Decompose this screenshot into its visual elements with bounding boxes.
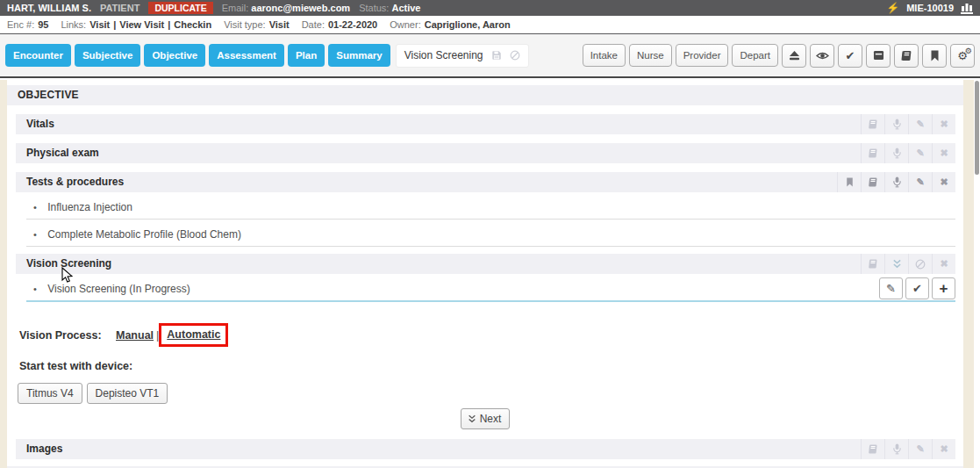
collapse-chevrons-icon[interactable] <box>884 254 908 274</box>
microphone-icon[interactable] <box>884 143 908 163</box>
depart-button[interactable]: Depart <box>732 44 778 67</box>
close-icon[interactable]: ✖ <box>932 114 955 134</box>
microphone-icon[interactable] <box>884 114 908 134</box>
link-view-visit[interactable]: View Visit <box>119 19 164 30</box>
system-id: MIE-10019 <box>906 3 954 13</box>
tab-encounter[interactable]: Encounter <box>5 44 71 67</box>
email-label: Email: <box>222 3 249 13</box>
microphone-icon[interactable] <box>884 172 908 192</box>
left-margin-rail <box>0 80 7 468</box>
tab-plan[interactable]: Plan <box>288 44 325 67</box>
add-plus-button[interactable]: + <box>932 277 955 299</box>
copy-book-icon[interactable] <box>861 439 884 459</box>
patient-name: HART, WILLIAM S. <box>7 3 91 13</box>
vision-screening-section-header[interactable]: Vision Screening ✖ <box>16 254 955 274</box>
visit-type-label: Visit type: <box>224 19 266 30</box>
bullet: • <box>33 284 37 294</box>
bookmark-icon[interactable] <box>837 172 861 192</box>
cancel-circle-icon[interactable] <box>510 50 520 61</box>
edit-pencil-icon[interactable]: ✎ <box>908 172 932 192</box>
vision-process-row: Vision Process: Manual | Automatic <box>19 323 963 347</box>
tab-objective[interactable]: Objective <box>144 44 205 67</box>
copy-book-icon[interactable] <box>861 143 884 163</box>
copy-book-icon[interactable] <box>861 172 884 192</box>
complete-check-button[interactable]: ✔ <box>905 277 929 299</box>
close-icon[interactable]: ✖ <box>932 172 955 192</box>
vision-item-label: Vision Screening (In Progress) <box>47 283 190 295</box>
encounter-toolbar: Encounter Subjective Objective Assessmen… <box>0 34 980 78</box>
links-separator: | <box>113 19 116 30</box>
tests-procedures-section-header[interactable]: Tests & procedures ✎ ✖ <box>16 172 955 192</box>
tab-subjective[interactable]: Subjective <box>75 44 141 67</box>
check-button[interactable]: ✔ <box>838 44 862 68</box>
settings-gears-button[interactable]: ⚙⚙ <box>950 44 975 68</box>
book-button[interactable] <box>894 44 919 68</box>
close-icon[interactable]: ✖ <box>932 254 955 274</box>
device-depisteo-button[interactable]: Depisteo VT1 <box>87 383 168 404</box>
vision-screening-item[interactable]: • Vision Screening (In Progress) ✎ ✔ + <box>26 274 955 302</box>
next-row: Next <box>7 408 963 429</box>
lightning-icon[interactable]: ⚡ <box>886 2 899 14</box>
current-section-box: Vision Screening <box>396 44 529 68</box>
manual-link[interactable]: Manual <box>116 329 154 342</box>
physical-exam-section-header[interactable]: Physical exam ✎ ✖ <box>16 143 955 163</box>
edit-pencil-icon[interactable]: ✎ <box>908 143 932 163</box>
vision-process-label: Vision Process: <box>19 329 116 342</box>
eye-button[interactable] <box>810 44 834 68</box>
current-section-title: Vision Screening <box>404 49 483 61</box>
close-icon[interactable]: ✖ <box>932 439 955 459</box>
scrollbar-thumb[interactable] <box>975 81 979 175</box>
patient-header-bar: HART, WILLIAM S. PATIENT DUPLICATE Email… <box>0 0 980 16</box>
nurse-button[interactable]: Nurse <box>629 44 672 67</box>
links-separator: | <box>168 19 170 30</box>
chart-content: OBJECTIVE Vitals ✎ ✖ Physical exam ✎ ✖ T… <box>7 80 963 468</box>
edit-pencil-icon[interactable]: ✎ <box>908 439 932 459</box>
bullet: • <box>33 229 37 240</box>
close-icon[interactable]: ✖ <box>932 143 955 163</box>
enc-number-label: Enc #: <box>7 19 34 30</box>
link-checkin[interactable]: Checkin <box>174 19 211 30</box>
vitals-section-header[interactable]: Vitals ✎ ✖ <box>16 114 955 134</box>
microphone-icon[interactable] <box>884 439 908 459</box>
automatic-link[interactable]: Automatic <box>167 328 220 341</box>
copy-book-icon[interactable] <box>861 254 884 274</box>
bookmark-button[interactable] <box>922 44 947 68</box>
provider-button[interactable]: Provider <box>676 44 729 67</box>
enc-number: 95 <box>38 19 48 30</box>
vision-screening-title: Vision Screening <box>26 257 111 270</box>
save-icon[interactable] <box>491 50 502 61</box>
patient-email: aaronc@mieweb.com <box>251 3 350 13</box>
next-button-label: Next <box>480 413 502 425</box>
patient-status: Active <box>391 3 420 13</box>
copy-book-icon[interactable] <box>861 114 884 134</box>
tests-procedures-title: Tests & procedures <box>26 176 124 188</box>
edit-pencil-button[interactable]: ✎ <box>879 277 903 299</box>
double-chevron-down-icon <box>468 414 476 423</box>
test-item-label: Complete Metabolic Profile (Blood Chem) <box>47 228 241 241</box>
objective-section-header: OBJECTIVE <box>7 85 963 105</box>
test-item-influenza[interactable]: • Influenza Injection <box>26 192 955 220</box>
disable-circle-icon[interactable] <box>908 254 932 274</box>
test-item-metabolic-profile[interactable]: • Complete Metabolic Profile (Blood Chem… <box>26 220 955 247</box>
automatic-highlight-box: Automatic <box>159 323 228 347</box>
bullet: • <box>33 202 37 212</box>
date-label: Date: <box>302 19 325 30</box>
device-titmus-button[interactable]: Titmus V4 <box>18 383 82 404</box>
duplicate-badge[interactable]: DUPLICATE <box>148 2 212 14</box>
owner-label: Owner: <box>390 19 420 30</box>
images-section-header[interactable]: Images ✎ ✖ <box>16 439 955 459</box>
next-button[interactable]: Next <box>461 408 511 429</box>
links-label: Links: <box>61 19 86 30</box>
bar-chart-icon[interactable] <box>961 2 973 14</box>
link-visit[interactable]: Visit <box>89 19 110 30</box>
eject-button[interactable] <box>782 44 806 68</box>
intake-button[interactable]: Intake <box>583 44 626 67</box>
device-buttons-row: Titmus V4 Depisteo VT1 <box>18 383 963 404</box>
edit-pencil-icon[interactable]: ✎ <box>908 114 932 134</box>
tab-summary[interactable]: Summary <box>328 44 390 67</box>
test-item-label: Influenza Injection <box>47 201 132 213</box>
images-title: Images <box>26 443 62 455</box>
start-test-label: Start test with device: <box>19 360 963 372</box>
archive-button[interactable] <box>866 44 891 68</box>
tab-assessment[interactable]: Assessment <box>209 44 284 67</box>
